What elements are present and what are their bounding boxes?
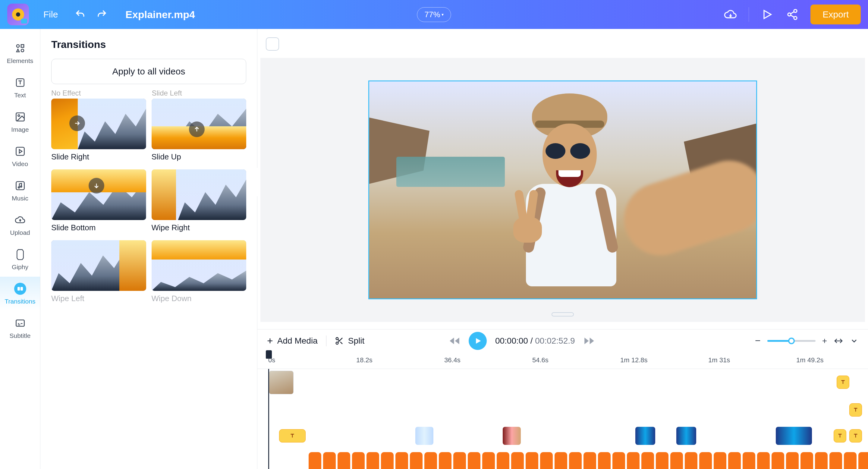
- fit-width-button[interactable]: [834, 336, 843, 346]
- transition-wipe-down[interactable]: [152, 240, 247, 291]
- scissors-icon: [335, 336, 344, 345]
- timeline-options-button[interactable]: [850, 337, 858, 345]
- rail-video[interactable]: Video: [0, 139, 40, 174]
- rail-label: Elements: [7, 57, 33, 64]
- ruler-mark: 1m 31s: [708, 356, 730, 364]
- transitions-grid[interactable]: No Effect Slide Left Slide Right: [51, 89, 246, 311]
- transition-label-partial: No Effect: [51, 89, 146, 97]
- text-clip[interactable]: [837, 376, 849, 389]
- svg-point-15: [20, 186, 22, 187]
- subtitle-icon: [14, 317, 26, 329]
- timeline-track-audio[interactable]: [257, 450, 868, 469]
- video-clip[interactable]: [776, 427, 812, 445]
- text-clip[interactable]: [279, 429, 306, 442]
- audio-waveform[interactable]: [309, 452, 868, 469]
- timeline-track-1[interactable]: [257, 369, 868, 397]
- text-clip[interactable]: [849, 429, 862, 442]
- svg-marker-23: [476, 338, 481, 344]
- rail-transitions[interactable]: Transitions: [0, 277, 40, 311]
- rail-giphy[interactable]: Giphy: [0, 242, 40, 277]
- forward-button[interactable]: [584, 335, 595, 347]
- rail-image[interactable]: Image: [0, 105, 40, 139]
- playback-bar: + Add Media Split 00:00:00 / 0: [257, 329, 868, 352]
- export-button[interactable]: Export: [810, 4, 861, 24]
- canvas-area: + Add Media Split 00:00:00 / 0: [257, 29, 868, 469]
- split-button[interactable]: Split: [335, 336, 364, 346]
- file-menu[interactable]: File: [38, 7, 63, 22]
- rail-label: Giphy: [12, 263, 28, 271]
- transition-label: Wipe Down: [152, 294, 247, 303]
- total-time: 00:02:52.9: [535, 336, 575, 345]
- redo-button[interactable]: [96, 9, 107, 20]
- transition-slide-right[interactable]: [51, 99, 146, 149]
- video-clip[interactable]: [635, 427, 655, 445]
- rail-label: Video: [12, 160, 28, 167]
- rail-upload[interactable]: Upload: [0, 208, 40, 242]
- zoom-level[interactable]: 77% ▾: [417, 7, 451, 22]
- add-media-label: Add Media: [277, 336, 318, 346]
- rail-music[interactable]: Music: [0, 174, 40, 208]
- video-clip[interactable]: [676, 427, 696, 445]
- image-icon: [14, 111, 26, 123]
- video-clip[interactable]: [415, 427, 433, 445]
- text-clip[interactable]: [834, 429, 846, 442]
- svg-point-20: [336, 342, 338, 344]
- transition-label: Slide Right: [51, 152, 146, 162]
- share-icon[interactable]: [785, 7, 800, 22]
- rail-label: Music: [12, 195, 28, 202]
- canvas-viewport[interactable]: [260, 58, 865, 322]
- timeline[interactable]: 0s18.2s36.4s54.6s1m 12.8s1m 31s1m 49.2s2…: [257, 352, 868, 469]
- video-preview[interactable]: [368, 81, 757, 299]
- svg-marker-21: [450, 337, 454, 344]
- app-logo[interactable]: [7, 4, 29, 25]
- upload-icon: [14, 214, 26, 226]
- clip-thumbnail[interactable]: [269, 371, 293, 394]
- resize-handle[interactable]: [552, 312, 574, 316]
- svg-marker-24: [590, 337, 594, 344]
- apply-to-all-button[interactable]: Apply to all videos: [51, 59, 246, 84]
- rail-label: Image: [11, 126, 29, 133]
- svg-point-4: [17, 44, 19, 47]
- timeline-track-3[interactable]: [257, 423, 868, 450]
- rail-label: Transitions: [5, 298, 36, 305]
- zoom-slider[interactable]: [767, 340, 815, 342]
- transition-label-partial: Slide Left: [152, 89, 247, 97]
- preview-play-icon[interactable]: [760, 7, 774, 22]
- transition-slide-up[interactable]: [152, 99, 247, 149]
- rewind-button[interactable]: [449, 335, 460, 347]
- left-rail: Elements Text Image Video Music Upload: [0, 29, 40, 469]
- svg-rect-16: [18, 287, 20, 290]
- playhead[interactable]: [268, 369, 269, 469]
- transition-label: Slide Up: [152, 152, 247, 162]
- text-clip[interactable]: [849, 403, 862, 416]
- rail-subtitle[interactable]: Subtitle: [0, 311, 40, 345]
- zoom-out-button[interactable]: −: [755, 335, 761, 346]
- undo-button[interactable]: [75, 9, 86, 20]
- zoom-in-button[interactable]: +: [822, 336, 827, 346]
- play-button[interactable]: [469, 332, 487, 350]
- transition-label: Wipe Left: [51, 294, 146, 303]
- svg-marker-22: [455, 337, 459, 344]
- transition-wipe-left[interactable]: [51, 240, 146, 291]
- rail-text[interactable]: Text: [0, 70, 40, 105]
- add-media-button[interactable]: + Add Media: [267, 335, 318, 347]
- playhead-handle[interactable]: [266, 350, 272, 359]
- elements-icon: [14, 42, 26, 54]
- timeline-track-2[interactable]: [257, 397, 868, 423]
- svg-rect-17: [21, 287, 23, 290]
- cloud-save-icon[interactable]: [723, 7, 738, 22]
- svg-point-1: [794, 9, 797, 12]
- svg-point-7: [21, 49, 24, 52]
- svg-rect-11: [16, 147, 24, 156]
- music-icon: [14, 180, 26, 192]
- rail-elements[interactable]: Elements: [0, 36, 40, 70]
- transition-slide-bottom[interactable]: [51, 169, 146, 220]
- panel-title: Transitions: [51, 39, 246, 50]
- video-icon: [14, 145, 26, 157]
- timeline-ruler[interactable]: 0s18.2s36.4s54.6s1m 12.8s1m 31s1m 49.2s2…: [257, 352, 868, 369]
- giphy-icon: [14, 248, 26, 260]
- transition-wipe-right[interactable]: [152, 169, 247, 220]
- svg-point-2: [788, 13, 791, 16]
- video-clip[interactable]: [503, 427, 521, 445]
- canvas-checkbox[interactable]: [266, 37, 279, 51]
